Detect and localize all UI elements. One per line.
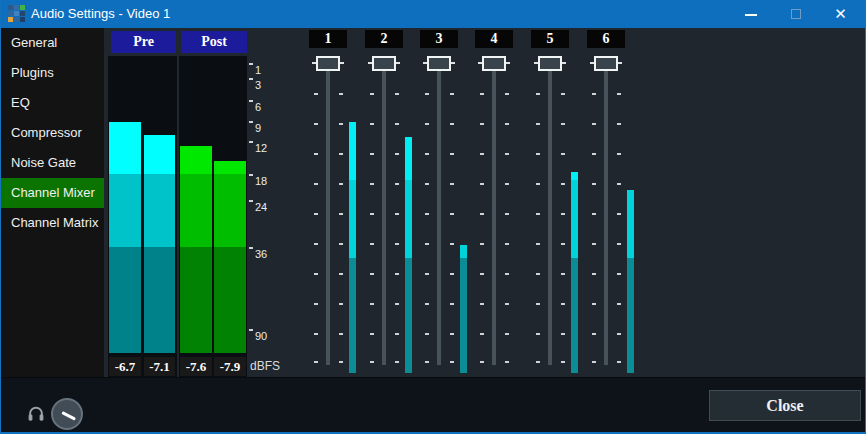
- channel-level-meter-1: [349, 258, 356, 373]
- fader-scale-tick: [339, 333, 343, 335]
- channel-level-meter-5: [571, 180, 578, 258]
- fader-scale-tick: [370, 303, 374, 305]
- fader-scale-tick: [450, 243, 454, 245]
- channel-fader-handle-1[interactable]: [316, 56, 340, 71]
- fader-scale-tick: [505, 333, 509, 335]
- channel-level-meter-1: [349, 122, 356, 180]
- fader-scale-tick: [617, 361, 621, 363]
- fader-scale-tick: [425, 183, 429, 185]
- fader-scale-tick: [617, 153, 621, 155]
- sidebar-item-channel-matrix[interactable]: Channel Matrix: [1, 208, 104, 238]
- titlebar[interactable]: Audio Settings - Video 1 ✕: [1, 0, 865, 28]
- fader-scale-tick: [592, 361, 596, 363]
- sidebar-item-channel-mixer[interactable]: Channel Mixer: [1, 178, 104, 208]
- channel-fader-handle-5[interactable]: [538, 56, 562, 71]
- meter-group-header-post: Post: [181, 31, 247, 53]
- fader-scale-tick: [395, 213, 399, 215]
- fader-scale-tick: [617, 183, 621, 185]
- channel-fader-track-4[interactable]: [492, 58, 496, 365]
- meter-value-readout: -7.6: [180, 357, 212, 376]
- sidebar-item-general[interactable]: General: [1, 28, 104, 58]
- maximize-button[interactable]: [773, 0, 818, 28]
- channel-level-meter-2: [405, 137, 412, 180]
- level-meter-bar: [109, 247, 141, 353]
- level-meter-bar: [180, 174, 212, 247]
- close-button[interactable]: Close: [709, 390, 861, 421]
- fader-scale-tick: [450, 273, 454, 275]
- scale-label: 90: [255, 330, 267, 343]
- fader-scale-tick: [425, 123, 429, 125]
- fader-scale-tick: [339, 93, 343, 95]
- fader-scale-tick: [561, 183, 565, 185]
- fader-scale-tick: [617, 123, 621, 125]
- fader-handle-tick: [618, 62, 622, 64]
- minimize-button[interactable]: [728, 0, 773, 28]
- level-meter-bar: [214, 247, 246, 353]
- channel-fader-track-2[interactable]: [382, 58, 386, 365]
- channel-fader-handle-4[interactable]: [482, 56, 506, 71]
- channel-fader-handle-2[interactable]: [372, 56, 396, 71]
- sidebar-item-plugins[interactable]: Plugins: [1, 58, 104, 88]
- fader-scale-tick: [561, 243, 565, 245]
- sidebar-item-noise-gate[interactable]: Noise Gate: [1, 148, 104, 178]
- scale-tick: [249, 200, 253, 202]
- fader-scale-tick: [425, 153, 429, 155]
- fader-scale-tick: [370, 123, 374, 125]
- fader-scale-tick: [617, 273, 621, 275]
- fader-scale-tick: [450, 153, 454, 155]
- fader-scale-tick: [339, 123, 343, 125]
- fader-scale-tick: [370, 213, 374, 215]
- fader-handle-tick: [451, 62, 455, 64]
- channel-fader-handle-6[interactable]: [594, 56, 618, 71]
- fader-handle-tick: [396, 62, 400, 64]
- fader-scale-tick: [561, 303, 565, 305]
- fader-scale-tick: [370, 243, 374, 245]
- fader-scale-tick: [592, 153, 596, 155]
- channel-level-meter-6: [627, 190, 634, 258]
- level-meter-bar: [214, 161, 246, 174]
- fader-scale-tick: [339, 153, 343, 155]
- fader-scale-tick: [395, 183, 399, 185]
- channel-label-2: 2: [365, 30, 403, 48]
- headphones-icon[interactable]: [27, 404, 45, 423]
- level-meter-bar: [144, 174, 175, 247]
- channel-level-meter-3: [460, 258, 467, 373]
- fader-scale-tick: [480, 333, 484, 335]
- fader-scale-tick: [425, 303, 429, 305]
- scale-label: 36: [255, 248, 267, 261]
- scale-label: 9: [255, 122, 261, 135]
- knob-pointer-icon: [61, 411, 76, 420]
- fader-handle-tick: [506, 62, 510, 64]
- channel-level-meter-2: [405, 258, 412, 373]
- fader-scale-tick: [425, 273, 429, 275]
- level-meter-bar: [109, 122, 141, 174]
- sidebar-item-eq[interactable]: EQ: [1, 88, 104, 118]
- channel-label-6: 6: [587, 30, 625, 48]
- fader-scale-tick: [395, 153, 399, 155]
- channel-fader-track-5[interactable]: [548, 58, 552, 365]
- scale-label: 1: [255, 64, 261, 77]
- channel-fader-track-1[interactable]: [326, 58, 330, 365]
- fader-scale-tick: [505, 303, 509, 305]
- monitor-volume-knob[interactable]: [51, 398, 83, 430]
- scale-tick: [249, 121, 253, 123]
- fader-scale-tick: [480, 361, 484, 363]
- fader-scale-tick: [617, 213, 621, 215]
- scale-tick: [249, 247, 253, 249]
- fader-scale-tick: [480, 93, 484, 95]
- fader-scale-tick: [561, 153, 565, 155]
- fader-scale-tick: [536, 333, 540, 335]
- channel-fader-handle-3[interactable]: [427, 56, 451, 71]
- fader-scale-tick: [536, 273, 540, 275]
- scale-label: 3: [255, 79, 261, 92]
- sidebar-item-compressor[interactable]: Compressor: [1, 118, 104, 148]
- fader-scale-tick: [425, 333, 429, 335]
- fader-scale-tick: [370, 333, 374, 335]
- channel-fader-track-6[interactable]: [604, 58, 608, 365]
- close-window-button[interactable]: ✕: [818, 0, 863, 28]
- scale-tick: [249, 100, 253, 102]
- channel-fader-track-3[interactable]: [437, 58, 441, 365]
- fader-scale-tick: [480, 123, 484, 125]
- fader-scale-tick: [505, 93, 509, 95]
- fader-scale-tick: [505, 153, 509, 155]
